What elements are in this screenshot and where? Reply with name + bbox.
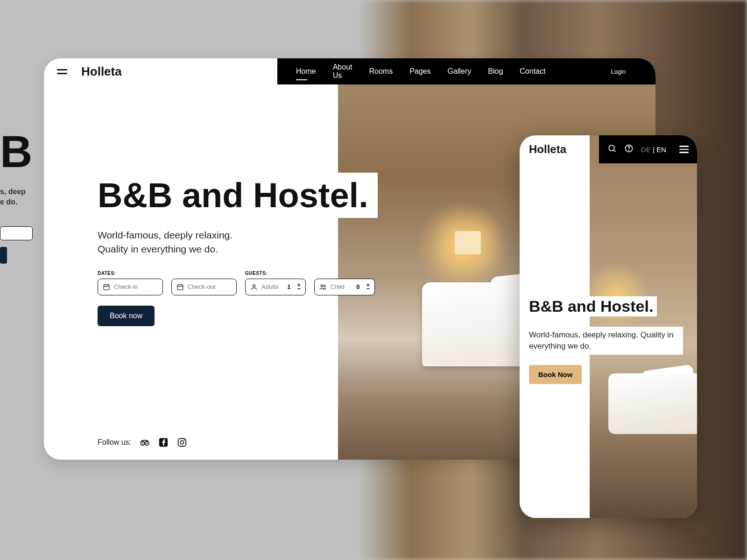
svg-line-24 [613,150,615,152]
ghost-input [0,226,33,240]
brand-logo[interactable]: Holleta [81,64,122,79]
svg-point-23 [609,145,614,151]
nav-home[interactable]: Home [296,67,316,76]
mobile-lang-en[interactable]: EN [656,146,666,154]
person-icon [250,283,258,291]
mobile-hero-panel: B&B and Hostel. World-famous, deeply rel… [529,296,697,384]
mobile-language-switch[interactable]: DE | EN [641,146,666,154]
checkin-placeholder: Check-in [114,283,138,290]
mobile-preview-card: Holleta DE | EN B&B and Hostel. World-fa… [520,135,697,518]
instagram-icon[interactable] [177,437,187,448]
adults-label: Adults [261,283,278,290]
hero-title: B&B and Hostel. [98,173,378,218]
dates-label: DATES: [98,271,237,276]
svg-point-12 [253,285,255,287]
mobile-hero-title: B&B and Hostel. [529,296,657,316]
mobile-brand[interactable]: Holleta [529,143,566,156]
svg-point-21 [180,441,183,444]
svg-point-14 [324,285,325,287]
nav-rooms[interactable]: Rooms [369,67,393,76]
calendar-icon [103,283,110,291]
nav-about[interactable]: About Us [333,63,352,80]
nav-contact[interactable]: Contact [520,67,545,76]
mobile-nav-bar: DE | EN [599,135,697,163]
booking-form: DATES: Check-in Check-out GUESTS: [98,271,378,295]
adults-plus-minus[interactable]: +− [297,283,301,291]
mobile-lang-de[interactable]: DE [641,146,651,154]
svg-rect-8 [177,285,183,290]
lamp-glow [455,231,481,254]
adults-stepper[interactable]: Adults 1 +− [245,279,306,295]
book-now-button[interactable]: Book now [98,306,155,326]
main-nav: Home About Us Rooms Pages Gallery Blog C… [277,58,655,84]
calendar-icon [176,283,184,291]
follow-us: Follow us: [98,437,187,448]
adults-value: 1 [287,283,290,290]
nav-blog[interactable]: Blog [488,67,503,76]
facebook-icon[interactable] [158,437,169,448]
dates-group: DATES: Check-in Check-out [98,271,237,295]
tripadvisor-icon[interactable] [140,437,150,448]
nav-pages[interactable]: Pages [409,67,430,76]
guests-label: GUESTS: [245,271,375,276]
ghost-button [0,247,7,264]
child-value: 0 [356,283,359,290]
follow-label: Follow us: [98,438,131,447]
people-icon [319,283,327,291]
hero-subtitle: World-famous, deeply relaxing. Quality i… [98,228,266,257]
mobile-hero-subtitle: World-famous, deeply relaxing. Quality i… [529,327,683,355]
svg-point-18 [146,443,148,444]
mobile-lang-sep: | [653,146,655,154]
checkout-input[interactable]: Check-out [171,279,237,295]
login-link[interactable]: Login [611,68,626,75]
checkin-input[interactable]: Check-in [98,279,163,295]
mobile-book-now-button[interactable]: Book Now [529,365,582,384]
child-label: Child [331,283,345,290]
child-plus-minus[interactable]: +− [366,283,370,291]
mobile-hamburger-icon[interactable] [679,146,689,153]
hamburger-menu-icon[interactable] [57,69,67,74]
mobile-top-bar: Holleta DE | EN [520,135,697,163]
svg-point-13 [321,285,323,287]
mobile-search-icon[interactable] [607,144,617,155]
svg-point-17 [142,443,143,444]
hero-panel: B&B and Hostel. World-famous, deeply rel… [98,173,378,326]
nav-gallery[interactable]: Gallery [448,67,472,76]
guests-group: GUESTS: Adults 1 +− Child 0 +− [245,271,375,295]
child-stepper[interactable]: Child 0 +− [314,279,375,295]
mobile-help-icon[interactable] [624,144,634,155]
svg-point-22 [184,440,185,441]
top-bar: Holleta Home About Us Rooms Pages Galler… [44,58,655,84]
svg-rect-4 [104,285,109,290]
svg-point-26 [629,150,629,151]
checkout-placeholder: Check-out [188,283,215,290]
